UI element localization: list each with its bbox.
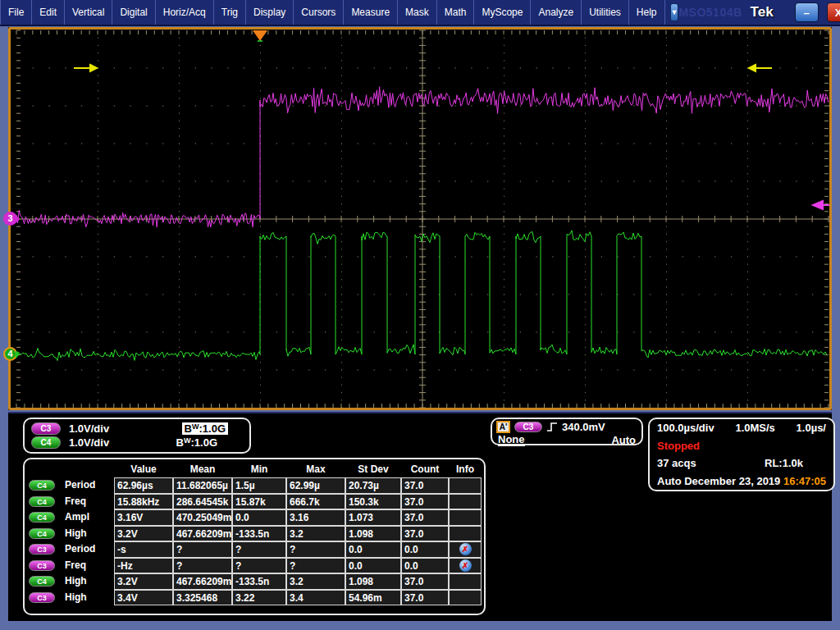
meas-count-cell: 37.0 bbox=[401, 509, 449, 526]
bandwidth-c4[interactable]: BW:1.0G bbox=[174, 436, 220, 449]
meas-count-cell: 37.0 bbox=[401, 590, 449, 606]
reference-marker-right[interactable] bbox=[749, 65, 772, 71]
model-label: MSO5104B bbox=[678, 6, 742, 19]
meas-value-cell: 62.96µs bbox=[114, 477, 173, 494]
meas-min-cell: 3.22 bbox=[232, 590, 286, 606]
sample-resolution: 1.0µs/ bbox=[797, 422, 826, 434]
menu-dropdown-button[interactable]: ▼ bbox=[670, 3, 679, 21]
info-error-icon[interactable]: ✗ bbox=[459, 543, 472, 555]
meas-header-stdev: St Dev bbox=[345, 462, 401, 477]
meas-max-cell: 3.4 bbox=[286, 590, 345, 606]
menu-myscope[interactable]: MyScope bbox=[474, 0, 531, 25]
meas-max-cell: 666.7k bbox=[286, 494, 345, 510]
channel-3-marker[interactable]: 3 bbox=[3, 212, 17, 226]
meas-min-cell: 0.0 bbox=[232, 509, 286, 526]
scope-svg bbox=[8, 27, 832, 410]
menu-items: FileEditVerticalDigitalHoriz/AcqTrigDisp… bbox=[0, 0, 665, 25]
menu-math[interactable]: Math bbox=[437, 0, 475, 25]
menu-horizacq[interactable]: Horiz/Acq bbox=[156, 0, 214, 25]
meas-min-cell: 15.87k bbox=[232, 494, 286, 510]
channel-readout-c3[interactable]: C3 1.0V/div BW:1.0G bbox=[31, 422, 243, 436]
meas-value-cell: -Hz bbox=[114, 558, 173, 574]
channel-badge-c3[interactable]: C3 bbox=[31, 422, 61, 435]
meas-row-badge: C4 bbox=[29, 477, 62, 494]
oscilloscope-screen: { "window": { "model": "MSO5104B", "logo… bbox=[0, 0, 840, 630]
meas-stdev-cell: 1.098 bbox=[345, 526, 401, 542]
reference-marker-left[interactable] bbox=[74, 65, 97, 71]
meas-row-badge: C4 bbox=[29, 573, 62, 590]
trigger-level-value: 340.0mV bbox=[562, 421, 605, 433]
date-label: December 23, 2019 bbox=[684, 475, 780, 487]
record-length: RL:1.0k bbox=[765, 457, 803, 469]
meas-mean-cell: 286.64545k bbox=[173, 494, 232, 510]
channel-scale-c4: 1.0V/div bbox=[69, 436, 109, 449]
menu-display[interactable]: Display bbox=[246, 0, 294, 25]
channel-readout-c4[interactable]: C4 1.0V/div BW:1.0G bbox=[31, 436, 243, 450]
meas-header-count: Count bbox=[401, 462, 449, 477]
meas-count-cell: 37.0 bbox=[401, 573, 449, 590]
meas-row-badge: C4 bbox=[29, 494, 62, 510]
meas-badge-c3: C3 bbox=[29, 592, 55, 603]
acquisition-status: Stopped bbox=[657, 440, 700, 452]
info-error-icon[interactable]: ✗ bbox=[459, 559, 472, 572]
meas-stdev-cell: 1.098 bbox=[345, 573, 401, 590]
meas-info-cell bbox=[449, 509, 482, 526]
meas-stdev-cell: 54.96m bbox=[345, 590, 401, 606]
meas-badge-c4: C4 bbox=[29, 576, 55, 587]
meas-value-cell: 3.2V bbox=[114, 526, 173, 542]
tek-logo: Tek bbox=[751, 4, 774, 21]
menu-mask[interactable]: Mask bbox=[398, 0, 437, 25]
meas-max-cell: 3.2 bbox=[286, 573, 345, 590]
trigger-setting: Auto bbox=[611, 434, 636, 446]
meas-header-spacer bbox=[62, 462, 114, 477]
menu-trig[interactable]: Trig bbox=[214, 0, 246, 25]
meas-info-cell[interactable]: ✗ bbox=[449, 558, 482, 574]
channel-4-marker[interactable]: 4 bbox=[3, 347, 17, 361]
meas-name-period: Period bbox=[62, 541, 114, 558]
meas-stdev-cell: 0.0 bbox=[345, 541, 401, 558]
meas-info-cell[interactable]: ✗ bbox=[449, 541, 482, 558]
menu-analyze[interactable]: Analyze bbox=[531, 0, 582, 25]
meas-header-min: Min bbox=[232, 462, 286, 477]
meas-stdev-cell: 150.3k bbox=[345, 494, 401, 510]
meas-mean-cell: ? bbox=[173, 541, 232, 558]
timebase-panel[interactable]: 100.0µs/div 1.0MS/s 1.0µs/ Stopped 37 ac… bbox=[648, 418, 835, 491]
meas-badge-c4: C4 bbox=[29, 480, 55, 491]
meas-header-info: Info bbox=[449, 462, 482, 477]
meas-row-badge: C3 bbox=[29, 541, 62, 558]
meas-count-cell: 37.0 bbox=[401, 494, 449, 510]
trigger-position-marker[interactable] bbox=[253, 30, 267, 41]
meas-count-cell: 37.0 bbox=[401, 526, 449, 542]
close-button[interactable]: X bbox=[827, 2, 840, 22]
menu-vertical[interactable]: Vertical bbox=[65, 0, 112, 25]
meas-min-cell: ? bbox=[232, 541, 286, 558]
minimize-button[interactable]: – bbox=[795, 2, 819, 22]
channel-badge-c4[interactable]: C4 bbox=[31, 436, 61, 449]
menu-help[interactable]: Help bbox=[629, 0, 665, 25]
menu-utilities[interactable]: Utilities bbox=[582, 0, 629, 25]
meas-stdev-cell: 1.073 bbox=[345, 509, 401, 526]
waveform-display: 3 4 bbox=[8, 27, 832, 410]
channel-3-arrow-icon bbox=[16, 215, 24, 223]
meas-value-cell: -s bbox=[114, 541, 173, 558]
menu-cursors[interactable]: Cursors bbox=[294, 0, 344, 25]
menu-file[interactable]: File bbox=[0, 0, 32, 25]
meas-badge-c4: C4 bbox=[29, 496, 55, 507]
meas-count-cell: 0.0 bbox=[401, 541, 449, 558]
bandwidth-c3[interactable]: BW:1.0G bbox=[182, 422, 228, 435]
meas-info-cell bbox=[449, 590, 482, 606]
trigger-level-marker[interactable] bbox=[813, 201, 831, 209]
menu-digital[interactable]: Digital bbox=[112, 0, 155, 25]
meas-mean-cell: 467.66209m bbox=[173, 526, 232, 542]
menu-bar: FileEditVerticalDigitalHoriz/AcqTrigDisp… bbox=[0, 0, 840, 26]
meas-name-ampl: Ampl bbox=[62, 509, 114, 526]
trigger-source-badge: C3 bbox=[514, 422, 542, 432]
channel-4-arrow-icon bbox=[16, 350, 24, 358]
graticule-center-cross bbox=[16, 30, 829, 408]
meas-info-cell bbox=[449, 494, 482, 510]
trigger-panel[interactable]: A' C3 340.0mV None Auto bbox=[491, 418, 643, 445]
menu-measure[interactable]: Measure bbox=[344, 0, 398, 25]
meas-info-cell bbox=[449, 477, 482, 494]
menu-edit[interactable]: Edit bbox=[32, 0, 65, 25]
meas-header-mean: Mean bbox=[173, 462, 232, 477]
